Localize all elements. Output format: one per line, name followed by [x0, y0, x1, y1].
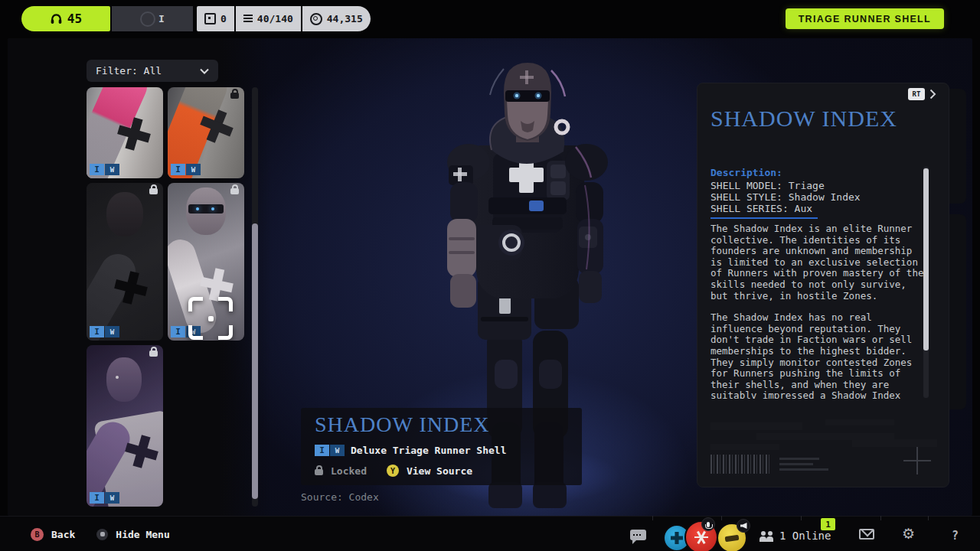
chevron-down-icon [200, 68, 209, 74]
gear-icon[interactable]: ⚙ [902, 525, 915, 542]
player-level-badge: 45 [21, 6, 110, 31]
controller-rt-key: RT [908, 88, 925, 100]
selected-shell-meta-row: Locked Y View Source [315, 465, 472, 477]
list-icon [243, 15, 253, 23]
shell-thumbnail-orange[interactable]: I W [168, 87, 244, 178]
speaker-icon [737, 519, 750, 533]
people-icon [760, 531, 775, 543]
goggles-icon [725, 534, 740, 541]
filter-dropdown[interactable]: Filter: All [87, 60, 218, 82]
info-panel-scrollbar-thumb[interactable] [923, 168, 929, 350]
counter-collection: 40/140 [236, 6, 301, 31]
shell-type-badge-w: W [105, 164, 119, 175]
currency-amount: 44,315 [327, 13, 363, 24]
thumbnail-art [87, 183, 163, 341]
shell-badges: I W [171, 164, 201, 175]
chevron-right-icon [929, 89, 936, 99]
shell-thumbnail-pink-white[interactable]: I W [87, 87, 163, 178]
thumbnail-scrollbar[interactable] [252, 87, 258, 507]
shell-thumbnail-dark[interactable]: I W [87, 183, 163, 341]
shell-thumbnail-shadow-index[interactable]: I W [168, 183, 244, 341]
crate-count: 0 [220, 13, 227, 24]
player-level: 45 [67, 11, 82, 26]
controller-y-key: Y [387, 465, 399, 477]
view-source-button[interactable]: View Source [407, 465, 472, 477]
info-panel-title: SHADOW INDEX [710, 106, 897, 132]
coin-icon [310, 13, 322, 25]
headset-icon [50, 12, 63, 25]
selected-shell-subtitle-row: I W Deluxe Triage Runner Shell [315, 445, 507, 456]
hide-menu-button[interactable]: Hide Menu [116, 529, 169, 540]
selection-cursor [188, 297, 233, 340]
info-panel-scrollbar[interactable] [923, 167, 929, 398]
lore-paragraph-2: The Shadow Index has no real influence b… [710, 312, 926, 399]
lock-icon [230, 93, 239, 99]
shell-type-badge-i: I [171, 326, 185, 337]
thumbnail-scrollbar-thumb[interactable] [252, 223, 258, 499]
controller-b-key: B [31, 528, 44, 541]
shell-thumbnail-purple[interactable]: I W [87, 345, 163, 507]
shell-type-badge-w: W [186, 164, 201, 175]
chat-icon[interactable] [630, 530, 646, 540]
selected-shell-card: SHADOW INDEX I W Deluxe Triage Runner Sh… [301, 408, 582, 485]
dpad-icon [671, 532, 683, 544]
thumbnail-art [87, 345, 163, 507]
description-label: Description: [710, 167, 782, 178]
shell-model-field: SHELL MODEL: Triage [710, 181, 861, 192]
shell-fields: SHELL MODEL: Triage SHELL STYLE: Shadow … [710, 181, 861, 214]
secondary-slot: I [112, 6, 193, 31]
crosshair-decoration [903, 447, 931, 474]
online-count[interactable]: 1 Online [779, 530, 831, 542]
collection-count: 40/140 [257, 13, 293, 24]
lore-paragraph-1: The Shadow Index is an elite Runner coll… [710, 223, 926, 302]
shell-badges: I W [90, 164, 119, 175]
shell-lore-text: The Shadow Index is an elite Runner coll… [710, 223, 926, 399]
star-icon [694, 536, 708, 539]
screen: 45 I 0 40/140 44,315 TRIAGE RUNNER SHELL [0, 0, 980, 551]
lock-icon [149, 188, 158, 194]
counter-currency: 44,315 [302, 6, 371, 31]
lock-icon [315, 469, 323, 475]
counter-crates: 0 [197, 6, 234, 31]
shell-series-field: SHELL SERIES: Aux [710, 204, 861, 215]
notification-badge: 1 [821, 518, 835, 530]
shell-type-badge-i: I [90, 492, 104, 504]
source-label: Source: Codex [301, 491, 379, 503]
filter-label: Filter: All [96, 65, 162, 77]
shell-type-badge-i: I [315, 445, 329, 456]
next-page-control[interactable]: RT [908, 88, 936, 100]
shell-badges: I W [90, 492, 119, 504]
shell-type-badge-w: W [330, 445, 345, 456]
ring-icon [140, 11, 155, 27]
secondary-slot-label: I [158, 13, 165, 24]
touchpad-icon [96, 529, 108, 540]
bottom-left-controls: B Back Hide Menu [31, 517, 170, 551]
triage-runner-shell-button[interactable]: TRIAGE RUNNER SHELL [786, 8, 944, 29]
selected-shell-title: SHADOW INDEX [315, 412, 489, 437]
lock-icon [149, 350, 158, 357]
shell-style-field: SHELL STYLE: Shadow Index [710, 192, 861, 204]
mic-icon [701, 517, 715, 531]
panel-decoration [710, 416, 937, 479]
description-divider [710, 217, 818, 219]
locked-label: Locked [331, 465, 367, 477]
mail-icon[interactable] [859, 529, 874, 540]
top-bar: 45 I 0 40/140 44,315 TRIAGE RUNNER SHELL [0, 0, 980, 35]
shell-type-badge-w: W [105, 492, 119, 504]
shell-type-badge-i: I [90, 326, 104, 337]
party-avatars[interactable] [663, 518, 755, 551]
shell-type-badge-w: W [105, 326, 119, 337]
barcode-decoration [710, 455, 772, 474]
selected-shell-subtitle: Deluxe Triage Runner Shell [351, 445, 507, 456]
player-status-bar: 45 I 0 40/140 44,315 [21, 6, 371, 31]
back-button[interactable]: Back [51, 529, 75, 540]
crate-icon [204, 13, 216, 24]
shell-type-badge-i: I [171, 164, 185, 175]
shell-type-badge-i: I [90, 164, 104, 175]
lock-icon [230, 188, 239, 194]
shell-badges: I W [90, 326, 119, 337]
help-icon[interactable]: ? [952, 529, 959, 543]
